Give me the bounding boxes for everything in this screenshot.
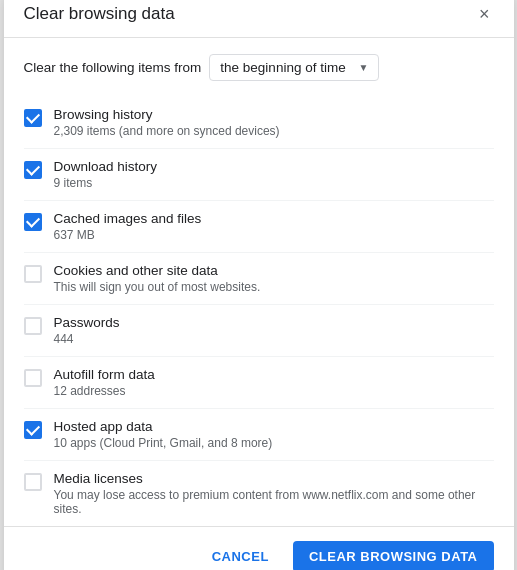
checkbox-passwords[interactable] xyxy=(24,317,42,335)
list-item: Autofill form data12 addresses xyxy=(24,357,494,409)
dialog-title: Clear browsing data xyxy=(24,4,175,24)
list-item: Hosted app data10 apps (Cloud Print, Gma… xyxy=(24,409,494,461)
item-sub: 637 MB xyxy=(54,228,202,242)
time-range-row: Clear the following items from the begin… xyxy=(24,54,494,81)
item-text: Passwords444 xyxy=(54,315,120,346)
chevron-down-icon: ▼ xyxy=(358,62,368,73)
close-button[interactable]: × xyxy=(475,3,494,25)
item-name: Autofill form data xyxy=(54,367,155,382)
checkbox-cached-images[interactable] xyxy=(24,213,42,231)
time-range-value: the beginning of time xyxy=(220,60,345,75)
clear-browsing-data-button[interactable]: CLEAR BROWSING DATA xyxy=(293,541,494,571)
checkbox-inner-hosted-app-data xyxy=(24,421,42,439)
dialog-body: Clear the following items from the begin… xyxy=(4,38,514,526)
item-text: Download history9 items xyxy=(54,159,158,190)
item-sub: 444 xyxy=(54,332,120,346)
checkbox-inner-passwords xyxy=(24,317,42,335)
item-name: Passwords xyxy=(54,315,120,330)
item-sub: You may lose access to premium content f… xyxy=(54,488,494,516)
cancel-button[interactable]: CANCEL xyxy=(196,541,285,571)
item-sub: 12 addresses xyxy=(54,384,155,398)
item-text: Browsing history2,309 items (and more on… xyxy=(54,107,280,138)
checkbox-hosted-app-data[interactable] xyxy=(24,421,42,439)
item-text: Media licensesYou may lose access to pre… xyxy=(54,471,494,516)
dialog-header: Clear browsing data × xyxy=(4,0,514,38)
item-name: Hosted app data xyxy=(54,419,273,434)
dialog-footer: CANCEL CLEAR BROWSING DATA xyxy=(4,526,514,571)
list-item: Media licensesYou may lose access to pre… xyxy=(24,461,494,526)
checkbox-download-history[interactable] xyxy=(24,161,42,179)
item-name: Browsing history xyxy=(54,107,280,122)
list-item: Cookies and other site dataThis will sig… xyxy=(24,253,494,305)
checkbox-browsing-history[interactable] xyxy=(24,109,42,127)
checkbox-inner-cached-images xyxy=(24,213,42,231)
time-range-label: Clear the following items from xyxy=(24,60,202,75)
items-list: Browsing history2,309 items (and more on… xyxy=(24,97,494,526)
clear-browsing-data-dialog: Clear browsing data × Clear the followin… xyxy=(4,0,514,570)
checkbox-media-licenses[interactable] xyxy=(24,473,42,491)
checkbox-cookies[interactable] xyxy=(24,265,42,283)
checkbox-inner-media-licenses xyxy=(24,473,42,491)
checkbox-inner-cookies xyxy=(24,265,42,283)
checkbox-autofill[interactable] xyxy=(24,369,42,387)
item-sub: 2,309 items (and more on synced devices) xyxy=(54,124,280,138)
list-item: Download history9 items xyxy=(24,149,494,201)
item-sub: 10 apps (Cloud Print, Gmail, and 8 more) xyxy=(54,436,273,450)
checkbox-inner-browsing-history xyxy=(24,109,42,127)
list-item: Passwords444 xyxy=(24,305,494,357)
item-text: Autofill form data12 addresses xyxy=(54,367,155,398)
item-text: Cookies and other site dataThis will sig… xyxy=(54,263,261,294)
list-item: Cached images and files637 MB xyxy=(24,201,494,253)
item-name: Cookies and other site data xyxy=(54,263,261,278)
item-sub: This will sign you out of most websites. xyxy=(54,280,261,294)
item-name: Download history xyxy=(54,159,158,174)
item-sub: 9 items xyxy=(54,176,158,190)
item-text: Cached images and files637 MB xyxy=(54,211,202,242)
checkbox-inner-autofill xyxy=(24,369,42,387)
item-name: Media licenses xyxy=(54,471,494,486)
checkbox-inner-download-history xyxy=(24,161,42,179)
item-text: Hosted app data10 apps (Cloud Print, Gma… xyxy=(54,419,273,450)
time-range-select[interactable]: the beginning of time ▼ xyxy=(209,54,379,81)
item-name: Cached images and files xyxy=(54,211,202,226)
list-item: Browsing history2,309 items (and more on… xyxy=(24,97,494,149)
